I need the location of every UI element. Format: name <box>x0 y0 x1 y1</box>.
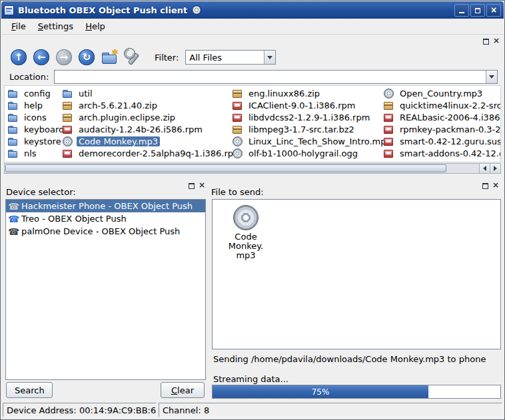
device-label: palmOne Device - OBEX Object Push <box>21 226 180 236</box>
folder-icon <box>7 136 18 146</box>
file-item[interactable]: keyboard <box>7 123 62 135</box>
close-panel-icon[interactable] <box>492 181 500 189</box>
file-item-selected[interactable]: Code Monkey.mp3 <box>62 135 231 147</box>
toolbar: Filter: All Files <box>9 45 497 69</box>
rpm-package-icon <box>383 124 394 134</box>
device-label: Hackmeister Phone - OBEX Object Push <box>21 201 193 211</box>
file-item[interactable]: ICAClient-9.0-1.i386.rpm <box>232 99 382 111</box>
rpm-package-icon <box>383 148 394 158</box>
device-item[interactable]: Treo - OBEX Object Push <box>6 212 205 225</box>
disc-icon <box>192 5 201 15</box>
file-item[interactable]: demorecorder-2.5alpha9q-1.i386.rpm <box>62 147 231 159</box>
rpm-package-icon <box>383 112 394 122</box>
scroll-right-icon[interactable] <box>490 164 500 173</box>
channel-status: Channel: 8 <box>159 403 502 417</box>
file-label: Linux_Linc_Tech_Show_Intro.mp3 <box>247 136 394 146</box>
minimize-button[interactable] <box>454 4 469 17</box>
streaming-status-text: Streaming data... <box>213 374 501 384</box>
file-item[interactable]: config <box>7 87 62 99</box>
file-item[interactable]: arch-5.6.21.40.zip <box>62 99 231 111</box>
rpm-package-icon <box>383 136 394 146</box>
new-folder-button[interactable] <box>100 48 119 67</box>
device-item-selected[interactable]: Hackmeister Phone - OBEX Object Push <box>6 200 205 212</box>
statusbar: Device Address: 00:14:9A:C9:BB:62 Channe… <box>3 403 502 417</box>
file-item[interactable]: nls <box>7 147 62 159</box>
sending-status-text: Sending /home/pdavila/downloads/Code Mon… <box>213 354 501 364</box>
menu-file[interactable]: File <box>5 19 32 33</box>
file-browser-panel: Filter: All Files Location: config help … <box>3 35 502 175</box>
file-label: keyboard <box>22 124 66 134</box>
archive-icon <box>62 100 73 110</box>
file-item[interactable]: smart-addons-0.42-12.gu <box>383 147 501 159</box>
folder-icon <box>7 88 18 99</box>
file-item[interactable]: icons <box>7 111 62 123</box>
titlebar[interactable]: Bluetooth OBEX Object Push client <box>1 1 504 19</box>
device-item[interactable]: palmOne Device - OBEX Object Push <box>6 225 205 238</box>
file-item[interactable]: libdvdcss2-1.2.9-1.i386.rpm <box>232 111 382 123</box>
back-button[interactable] <box>32 48 51 67</box>
panel-controls <box>481 181 500 189</box>
file-item[interactable]: olf-b1-1000-holygrail.ogg <box>232 147 382 159</box>
file-label: Code Monkey.mp3 <box>77 136 160 146</box>
close-button[interactable] <box>486 4 501 17</box>
send-file-view: Code Monkey. mp3 <box>212 199 501 349</box>
file-column-2: util arch-5.6.21.40.zip arch.plugin.ecli… <box>62 87 231 159</box>
menu-settings[interactable]: Settings <box>32 19 79 33</box>
file-label: icons <box>22 112 49 122</box>
file-item[interactable]: audacity-1.2.4b-26.i586.rpm <box>62 123 231 135</box>
menu-help[interactable]: Help <box>79 19 111 33</box>
file-label: smart-0.42-12.guru.suse1 <box>398 136 501 146</box>
file-item[interactable]: eng.linuxx86.zip <box>232 87 382 99</box>
search-button[interactable]: Search <box>6 382 53 398</box>
file-column-1: config help icons keyboard keystore nls <box>7 87 62 159</box>
file-label: demorecorder-2.5alpha9q-1.i386.rpm <box>77 148 244 158</box>
file-item[interactable]: libmpeg3-1.7-src.tar.bz2 <box>232 123 382 135</box>
file-item[interactable]: REALbasic-2006-4.i386.rp <box>383 111 501 123</box>
file-item[interactable]: rpmkey-packman-0.3-2.ru <box>383 123 501 135</box>
configure-button[interactable] <box>123 48 141 67</box>
device-selector-label: Device selector: <box>6 187 76 197</box>
file-column-4: Open_Country.mp3 quicktime4linux-2.2-src… <box>383 87 501 159</box>
reload-button[interactable] <box>77 48 96 67</box>
location-input[interactable] <box>55 71 486 83</box>
file-label: audacity-1.2.4b-26.i586.rpm <box>77 124 205 134</box>
filter-combobox[interactable]: All Files <box>185 50 276 65</box>
scrollbar-thumb[interactable] <box>5 164 446 172</box>
undock-panel-icon[interactable] <box>187 181 195 189</box>
rpm-package-icon <box>232 112 243 122</box>
scroll-left-icon[interactable] <box>479 164 490 173</box>
forward-button[interactable] <box>55 48 73 67</box>
file-item[interactable]: Linux_Linc_Tech_Show_Intro.mp3 <box>232 135 382 147</box>
file-item[interactable]: Open_Country.mp3 <box>383 87 501 99</box>
horizontal-scrollbar[interactable] <box>4 163 501 174</box>
filter-value: All Files <box>186 53 264 63</box>
phone-icon <box>7 214 18 224</box>
file-item[interactable]: smart-0.42-12.guru.suse1 <box>383 135 501 147</box>
undock-panel-icon[interactable] <box>481 181 489 189</box>
file-item[interactable]: util <box>62 87 231 99</box>
panel-controls <box>187 181 206 189</box>
file-item[interactable]: arch.plugin.eclipse.zip <box>62 111 231 123</box>
up-button[interactable] <box>9 48 28 67</box>
file-label: rpmkey-packman-0.3-2.ru <box>398 124 501 134</box>
scrollbar-track[interactable] <box>447 164 479 173</box>
maximize-button[interactable] <box>470 4 485 17</box>
file-to-send-panel: File to send: Code Monkey. mp3 Sending /… <box>209 179 502 400</box>
file-item[interactable]: help <box>7 99 62 111</box>
rpm-package-icon <box>62 148 73 158</box>
app-icon <box>4 5 14 15</box>
send-file-item[interactable]: Code Monkey. mp3 <box>225 205 267 260</box>
progress-bar: 75% <box>212 385 501 399</box>
file-item[interactable]: quicktime4linux-2.2-src.tar <box>383 99 501 111</box>
chevron-down-icon[interactable] <box>264 51 275 64</box>
rpm-package-icon <box>232 100 243 110</box>
undock-panel-icon[interactable] <box>482 37 490 45</box>
wrench-icon <box>123 49 141 66</box>
close-panel-icon[interactable] <box>492 37 500 45</box>
file-item[interactable]: keystore <box>7 135 62 147</box>
clear-button[interactable]: Clear <box>161 382 205 398</box>
chevron-down-icon[interactable] <box>486 71 497 83</box>
device-label: Treo - OBEX Object Push <box>21 214 127 224</box>
device-address-status: Device Address: 00:14:9A:C9:BB:62 <box>3 403 157 417</box>
close-panel-icon[interactable] <box>198 181 206 189</box>
